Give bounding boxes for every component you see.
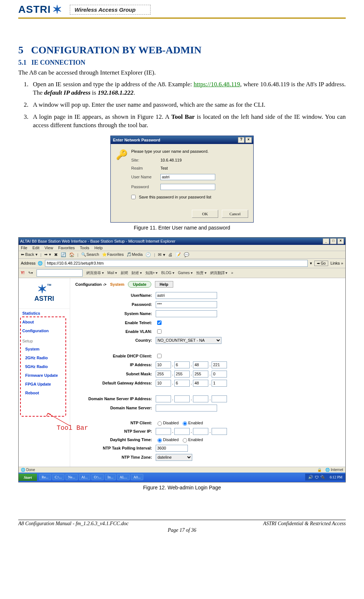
ie-close-button[interactable]: × — [337, 238, 344, 244]
sidebar-item-statistics[interactable]: Statistics — [19, 309, 70, 318]
dialog-titlebar[interactable]: Enter Network Password ? × — [111, 136, 253, 144]
ip-oct3[interactable] — [193, 361, 208, 368]
stop-icon[interactable]: ✖ — [54, 252, 58, 257]
vlan-checkbox[interactable] — [157, 329, 162, 334]
ntpsrv-oct1[interactable] — [156, 428, 171, 435]
dnsip-oct4[interactable] — [212, 395, 227, 402]
go-button[interactable]: ➡ Go — [314, 261, 328, 266]
password-input2[interactable] — [156, 301, 217, 308]
ytool-games[interactable]: Games ▾ — [178, 271, 193, 275]
sysname-input[interactable] — [156, 310, 217, 317]
address-dropdown-icon[interactable]: ▾ — [310, 261, 312, 266]
start-button[interactable]: Start — [19, 474, 37, 481]
task-item[interactable]: Al... — [79, 474, 91, 480]
mail-icon[interactable]: ✉ ▾ — [158, 252, 165, 257]
ntptz-select[interactable]: dateline — [156, 454, 192, 461]
task-item[interactable]: A0... — [131, 474, 143, 480]
ytool-news[interactable]: 新聞 — [121, 270, 128, 276]
ytool-mail[interactable]: Mail ▾ — [107, 271, 117, 275]
dnsip-oct1[interactable] — [156, 395, 171, 402]
search-button[interactable]: 🔍Search — [81, 252, 99, 257]
sidebar-item-about[interactable]: About — [19, 318, 70, 326]
ytool-more[interactable]: » — [231, 271, 233, 275]
ntpclient-disabled-radio[interactable] — [158, 421, 162, 426]
example-ip-link[interactable]: https://10.6.48.119 — [194, 81, 240, 88]
mask-oct2[interactable] — [174, 371, 190, 378]
ie-min-button[interactable]: _ — [323, 238, 329, 244]
yahoo-pencil-icon[interactable]: ✎▾ — [28, 271, 33, 275]
sidebar-item-reboot[interactable]: Reboot — [19, 388, 70, 397]
mask-oct3[interactable] — [193, 371, 208, 378]
ie-max-button[interactable]: □ — [330, 238, 337, 244]
ntpsrv-oct2[interactable] — [174, 428, 190, 435]
dialog-close-button[interactable]: × — [245, 137, 252, 143]
dnsip-oct2[interactable] — [174, 395, 190, 402]
ntpsrv-oct4[interactable] — [212, 428, 227, 435]
address-input[interactable] — [45, 260, 308, 267]
dst-disabled-radio[interactable] — [158, 438, 162, 443]
ytool-auction[interactable]: 拍賣 ▾ — [196, 270, 206, 276]
ytool-translate[interactable]: 網頁翻譯 ▾ — [210, 270, 228, 276]
username-input[interactable] — [160, 174, 215, 180]
forward-button[interactable]: ➡ ▾ — [44, 252, 51, 257]
sidebar-item-configuration[interactable]: Configuration — [19, 326, 70, 335]
dnsip-oct3[interactable] — [193, 395, 208, 402]
links-label[interactable]: Links » — [330, 261, 343, 265]
country-select[interactable]: NO_COUNTRY_SET - NA — [156, 337, 221, 344]
sidebar-item-firmware[interactable]: Firmware Update — [19, 371, 70, 380]
ytool-finance[interactable]: 財經 ▾ — [132, 270, 142, 276]
refresh-icon[interactable]: 🔄 — [61, 252, 66, 257]
help-button[interactable]: Help — [155, 281, 173, 288]
task-item[interactable]: AL... — [117, 474, 130, 480]
sidebar-item-5ghz[interactable]: 5GHz Radio — [19, 362, 70, 371]
menu-view[interactable]: View — [45, 246, 53, 250]
menu-tools[interactable]: Tools — [80, 246, 90, 250]
update-button[interactable]: Update — [128, 281, 151, 288]
media-button[interactable]: 🎵Media — [126, 252, 143, 257]
gw-oct1[interactable] — [156, 380, 171, 387]
gw-oct2[interactable] — [174, 380, 190, 387]
dst-enabled-radio[interactable] — [183, 438, 187, 443]
tray-icon[interactable]: 🔊 — [308, 475, 313, 479]
ip-oct4[interactable] — [212, 361, 227, 368]
menu-favorites[interactable]: Favorites — [58, 246, 75, 250]
task-item[interactable]: Re... — [39, 474, 51, 480]
ytool-knowledge[interactable]: 知識+ ▾ — [145, 270, 158, 276]
back-button[interactable]: ⬅ Back ▾ — [21, 252, 38, 257]
save-password-checkbox[interactable] — [131, 195, 136, 199]
ntpsrv-oct3[interactable] — [193, 428, 208, 435]
ip-oct1[interactable] — [156, 361, 171, 368]
yahoo-search-input[interactable] — [37, 269, 83, 277]
home-icon[interactable]: 🏠 — [69, 252, 75, 257]
ie-titlebar[interactable]: ALTAI B8 Base Station Web Interface - Ba… — [19, 238, 345, 245]
sidebar-item-system[interactable]: System — [19, 345, 70, 353]
task-item[interactable]: C:\... — [52, 474, 65, 480]
dialog-help-button[interactable]: ? — [238, 137, 244, 143]
tray-icon[interactable]: 🛡 — [315, 475, 319, 479]
menu-edit[interactable]: Edit — [33, 246, 39, 250]
dnsname-input[interactable] — [156, 405, 217, 412]
task-item[interactable]: In... — [105, 474, 116, 480]
gw-oct3[interactable] — [193, 380, 208, 387]
menu-file[interactable]: File — [21, 246, 27, 250]
history-icon[interactable]: 🕘 — [145, 252, 151, 257]
dhcp-checkbox[interactable] — [157, 354, 162, 358]
task-item[interactable]: Ne... — [65, 474, 77, 480]
username-input2[interactable] — [156, 292, 217, 299]
ytool-blog[interactable]: BLOG ▾ — [161, 271, 174, 275]
ip-oct2[interactable] — [174, 361, 190, 368]
discuss-icon[interactable]: 💬 — [184, 252, 189, 257]
print-icon[interactable]: 🖨 — [168, 252, 172, 257]
mask-oct1[interactable] — [156, 371, 171, 378]
sidebar-item-fpga[interactable]: FPGA Update — [19, 380, 70, 388]
ytool-websearch[interactable]: 網頁搜尋 ▾ — [86, 270, 104, 276]
yahoo-logo[interactable]: Y! — [21, 271, 24, 275]
tray-icon[interactable]: 🔌 — [320, 475, 325, 479]
favorites-button[interactable]: ⭐Favorites — [102, 252, 124, 257]
task-item[interactable]: O:\... — [91, 474, 104, 480]
cancel-button[interactable]: Cancel — [222, 210, 248, 218]
ok-button[interactable]: OK — [192, 210, 218, 218]
menu-help[interactable]: Help — [94, 246, 103, 250]
edit-icon[interactable]: 📝 — [175, 252, 181, 257]
sidebar-item-2ghz[interactable]: 2GHz Radio — [19, 353, 70, 362]
